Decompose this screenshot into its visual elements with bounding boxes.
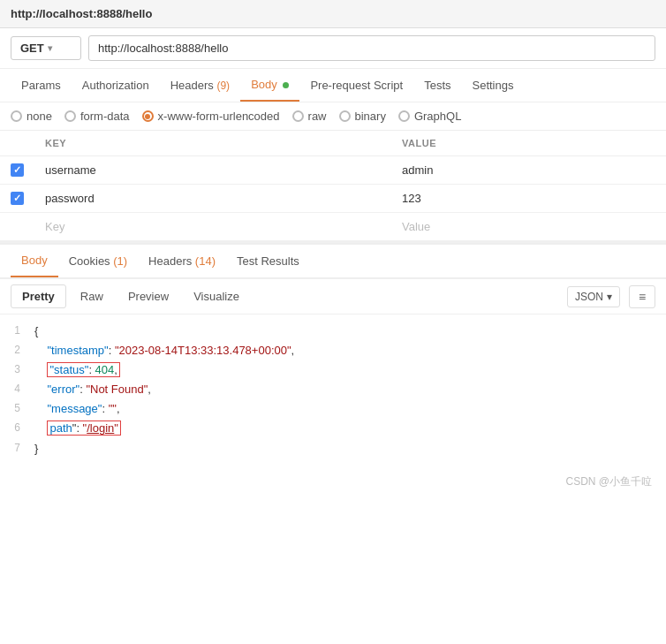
cookies-badge: (1): [113, 254, 127, 268]
table-row: password 123: [0, 185, 666, 213]
row2-checkbox-cell[interactable]: [0, 185, 34, 213]
format-select[interactable]: JSON ▾: [567, 286, 620, 307]
json-line-6: 6 path": "/login": [0, 419, 666, 438]
tab-tests[interactable]: Tests: [413, 70, 461, 101]
radio-raw-circle: [292, 110, 304, 122]
row2-key[interactable]: password: [34, 185, 391, 213]
request-tab-nav: Params Authorization Headers (9) Body Pr…: [0, 69, 666, 102]
radio-graphql-circle: [398, 110, 410, 122]
json-line-7: 7 }: [0, 439, 666, 458]
json-viewer: 1 { 2 "timestamp": "2023-08-14T13:33:13.…: [0, 314, 666, 466]
tab-settings[interactable]: Settings: [462, 70, 525, 101]
response-tab-headers[interactable]: Headers (14): [138, 246, 226, 277]
radio-binary-circle: [339, 110, 351, 122]
empty-value[interactable]: Value: [391, 213, 666, 241]
title-url: http://localhost:8888/hello: [11, 7, 152, 20]
empty-checkbox-cell: [0, 213, 34, 241]
tab-headers[interactable]: Headers (9): [160, 70, 240, 101]
json-line-4: 4 "error": "Not Found",: [0, 380, 666, 399]
body-active-dot: [283, 82, 289, 88]
tab-body[interactable]: Body: [240, 69, 299, 102]
row1-checkbox[interactable]: [11, 163, 24, 177]
view-tab-visualize[interactable]: Visualize: [183, 285, 250, 307]
headers-badge: (9): [216, 80, 230, 92]
row2-value[interactable]: 123: [391, 185, 666, 213]
method-label: GET: [20, 42, 44, 55]
response-tab-nav: Body Cookies (1) Headers (14) Test Resul…: [0, 243, 666, 279]
response-tab-body[interactable]: Body: [11, 245, 58, 277]
tab-pre-request[interactable]: Pre-request Script: [299, 70, 413, 101]
row1-checkbox-cell[interactable]: [0, 156, 34, 185]
th-checkbox: [0, 131, 34, 156]
view-tabs: Pretty Raw Preview Visualize JSON ▾ ≡: [0, 279, 666, 314]
radio-raw[interactable]: raw: [292, 110, 327, 123]
radio-form-data[interactable]: form-data: [64, 110, 130, 123]
th-value: VALUE: [391, 131, 666, 156]
wrap-button[interactable]: ≡: [629, 285, 655, 308]
chevron-down-icon: ▾: [607, 291, 612, 303]
json-line-1: 1 {: [0, 322, 666, 341]
view-tab-raw[interactable]: Raw: [70, 285, 114, 307]
body-type-selector: none form-data x-www-form-urlencoded raw…: [0, 102, 666, 131]
th-key: KEY: [34, 131, 391, 156]
radio-graphql[interactable]: GraphQL: [398, 110, 461, 123]
response-tab-test-results[interactable]: Test Results: [226, 246, 310, 277]
radio-x-www[interactable]: x-www-form-urlencoded: [142, 110, 280, 123]
view-tab-pretty[interactable]: Pretty: [11, 284, 66, 308]
empty-key[interactable]: Key: [34, 213, 391, 241]
radio-binary[interactable]: binary: [339, 110, 386, 123]
tab-params[interactable]: Params: [11, 70, 72, 101]
radio-form-data-circle: [64, 110, 76, 122]
json-line-3: 3 "status": 404,: [0, 360, 666, 380]
radio-none[interactable]: none: [11, 110, 52, 123]
radio-x-www-circle: [142, 110, 154, 122]
response-tab-cookies[interactable]: Cookies (1): [58, 246, 138, 277]
table-row-empty: Key Value: [0, 213, 666, 241]
radio-none-circle: [11, 110, 22, 122]
watermark: CSDN @小鱼千㕸: [0, 466, 666, 498]
tab-authorization[interactable]: Authorization: [72, 70, 160, 101]
json-line-2: 2 "timestamp": "2023-08-14T13:33:13.478+…: [0, 341, 666, 360]
view-tab-preview[interactable]: Preview: [117, 285, 179, 307]
json-line-5: 5 "message": "",: [0, 399, 666, 419]
table-row: username admin: [0, 156, 666, 185]
chevron-down-icon: ▾: [48, 43, 52, 53]
method-select[interactable]: GET ▾: [11, 36, 81, 60]
form-table: KEY VALUE username admin password 123 Ke…: [0, 131, 666, 241]
title-bar: http://localhost:8888/hello: [0, 0, 666, 28]
response-headers-badge: (14): [195, 254, 216, 268]
row1-value[interactable]: admin: [391, 156, 666, 185]
url-input[interactable]: [88, 35, 655, 61]
row1-key[interactable]: username: [34, 156, 391, 185]
row2-checkbox[interactable]: [11, 192, 24, 205]
url-bar: GET ▾: [0, 28, 666, 69]
